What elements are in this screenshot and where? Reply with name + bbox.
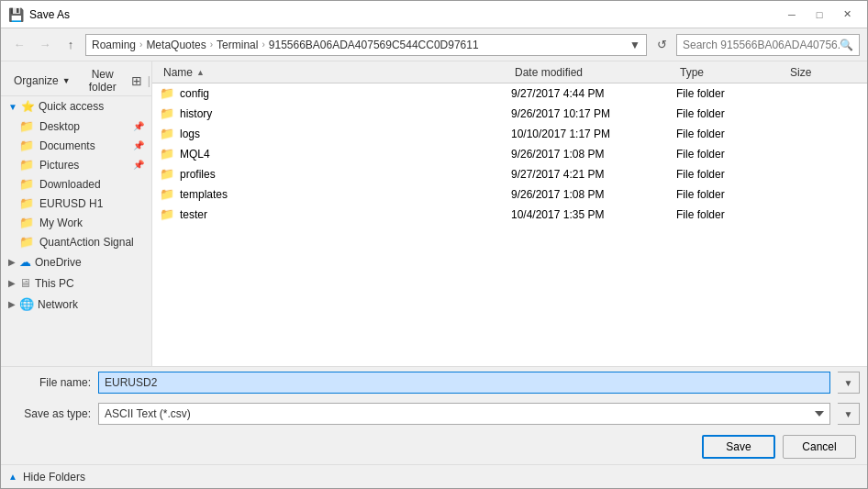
main-panel: Name ▲ Date modified Type Size 📁 co <box>152 61 867 366</box>
forward-button[interactable]: → <box>34 34 56 56</box>
file-type-cell: File folder <box>676 208 786 221</box>
quick-access-label: Quick access <box>39 100 104 113</box>
col-type-header[interactable]: Type <box>676 64 786 81</box>
downloaded-label: Downloaded <box>39 178 101 191</box>
back-button[interactable]: ← <box>8 34 30 56</box>
folder-icon: 📁 <box>19 235 34 249</box>
this-pc-arrow-icon: ▶ <box>8 278 16 288</box>
folder-icon: 📁 <box>160 86 174 100</box>
refresh-button[interactable]: ↺ <box>651 34 673 56</box>
folder-icon: 📁 <box>19 177 34 191</box>
breadcrumb-roaming[interactable]: Roaming <box>92 39 136 51</box>
breadcrumb-dropdown-button[interactable]: ▼ <box>629 39 640 51</box>
table-row[interactable]: 📁 config 9/27/2017 4:44 PM File folder <box>152 83 867 104</box>
savetype-dropdown-button[interactable]: ▼ <box>838 403 860 425</box>
sidebar-item-downloaded[interactable]: 📁 Downloaded <box>1 174 151 194</box>
save-button[interactable]: Save <box>702 435 775 459</box>
sidebar-section-network[interactable]: ▶ 🌐 Network <box>1 294 151 315</box>
file-type-cell: File folder <box>676 87 786 100</box>
file-type-cell: File folder <box>676 128 786 140</box>
network-icon: 🌐 <box>19 297 34 311</box>
file-type-cell: File folder <box>676 188 786 201</box>
computer-icon: 🖥 <box>19 276 31 290</box>
file-date-cell: 9/27/2017 4:44 PM <box>511 87 676 100</box>
maximize-button[interactable]: □ <box>807 5 832 25</box>
col-name-header[interactable]: Name ▲ <box>160 64 511 81</box>
eurusd-label: EURUSD H1 <box>39 197 103 210</box>
file-name-text: history <box>180 107 212 120</box>
network-label: Network <box>38 298 78 311</box>
sidebar-item-eurusd-h1[interactable]: 📁 EURUSD H1 <box>1 194 151 213</box>
breadcrumb-sep2: › <box>210 39 213 50</box>
quick-access-arrow-icon: ▼ <box>8 102 17 112</box>
col-date-label: Date modified <box>515 66 583 79</box>
col-type-label: Type <box>680 66 704 79</box>
action-bar: Organize ▼ New folder ⊞ | ▼ ? <box>1 65 151 96</box>
hide-folders-label: Hide Folders <box>23 471 85 483</box>
organize-label: Organize <box>14 74 59 87</box>
documents-label: Documents <box>39 139 95 152</box>
up-button[interactable]: ↑ <box>60 34 82 56</box>
sidebar-item-pictures[interactable]: 📁 Pictures 📌 <box>1 155 151 174</box>
table-row[interactable]: 📁 profiles 9/27/2017 4:21 PM File folder <box>152 164 867 184</box>
my-work-label: My Work <box>39 217 83 229</box>
sidebar-section-quick-access[interactable]: ▼ ⭐ Quick access <box>1 96 151 117</box>
network-arrow-icon: ▶ <box>8 299 16 309</box>
sidebar-item-my-work[interactable]: 📁 My Work <box>1 213 151 232</box>
pin-icon: 📌 <box>133 121 144 131</box>
navigation-toolbar: ← → ↑ Roaming › MetaQuotes › Terminal › … <box>1 28 867 61</box>
file-date-cell: 9/26/2017 1:08 PM <box>511 188 676 201</box>
minimize-button[interactable]: ─ <box>779 5 805 25</box>
file-date-cell: 9/26/2017 10:17 PM <box>511 107 676 120</box>
sidebar-section-this-pc[interactable]: ▶ 🖥 This PC <box>1 272 151 294</box>
hide-folders-bar[interactable]: ▲ Hide Folders <box>1 464 867 488</box>
file-name-text: config <box>180 87 209 100</box>
breadcrumb-bar[interactable]: Roaming › MetaQuotes › Terminal › 915566… <box>85 34 647 56</box>
file-type-cell: File folder <box>676 148 786 161</box>
close-button[interactable]: ✕ <box>834 5 860 25</box>
new-folder-button[interactable]: New folder <box>83 64 122 97</box>
file-name-text: templates <box>180 188 228 201</box>
sidebar-item-desktop[interactable]: 📁 Desktop 📌 <box>1 117 151 136</box>
file-name-text: MQL4 <box>180 148 210 161</box>
savetype-select[interactable]: ASCII Text (*.csv) <box>98 403 830 425</box>
table-row[interactable]: 📁 templates 9/26/2017 1:08 PM File folde… <box>152 184 867 205</box>
breadcrumb-guid[interactable]: 915566BA06ADA407569C544CC0D97611 <box>269 39 479 51</box>
table-row[interactable]: 📁 MQL4 9/26/2017 1:08 PM File folder <box>152 144 867 164</box>
col-date-header[interactable]: Date modified <box>511 64 676 81</box>
table-row[interactable]: 📁 history 9/26/2017 10:17 PM File folder <box>152 104 867 124</box>
file-name-text: logs <box>180 128 200 140</box>
file-name-cell: 📁 config <box>160 86 511 100</box>
breadcrumb-terminal[interactable]: Terminal <box>217 39 258 51</box>
save-as-dialog: 💾 Save As ─ □ ✕ ← → ↑ Roaming › MetaQuot… <box>0 0 868 489</box>
sidebar-section-onedrive[interactable]: ▶ ☁ OneDrive <box>1 251 151 272</box>
col-size-header[interactable]: Size <box>786 64 860 81</box>
organize-button[interactable]: Organize ▼ <box>8 71 76 91</box>
file-list: 📁 config 9/27/2017 4:44 PM File folder 📁… <box>152 83 867 366</box>
folder-icon: 📁 <box>19 139 34 152</box>
organize-arrow-icon: ▼ <box>62 76 71 85</box>
filename-input[interactable] <box>98 372 830 394</box>
sidebar-item-documents[interactable]: 📁 Documents 📌 <box>1 136 151 155</box>
sidebar: Organize ▼ New folder ⊞ | ▼ ? ▼ ⭐ Quick … <box>1 61 152 366</box>
search-box: 🔍 <box>676 34 860 56</box>
file-name-cell: 📁 MQL4 <box>160 147 511 161</box>
breadcrumb-metaquotes[interactable]: MetaQuotes <box>146 39 206 51</box>
view-toggle-button[interactable]: ⊞ <box>129 72 144 90</box>
table-row[interactable]: 📁 tester 10/4/2017 1:35 PM File folder <box>152 205 867 225</box>
folder-icon: 📁 <box>160 187 174 201</box>
quantaction-label: QuantAction Signal <box>39 236 134 249</box>
table-row[interactable]: 📁 logs 10/10/2017 1:17 PM File folder <box>152 124 867 144</box>
savetype-row: Save as type: ASCII Text (*.csv) ▼ <box>8 398 860 429</box>
col-size-label: Size <box>790 66 811 79</box>
onedrive-label: OneDrive <box>35 256 82 269</box>
file-name-cell: 📁 profiles <box>160 167 511 181</box>
cancel-button[interactable]: Cancel <box>783 435 856 459</box>
sidebar-item-quantaction[interactable]: 📁 QuantAction Signal <box>1 232 151 251</box>
pin-icon: 📌 <box>133 140 144 150</box>
folder-icon: 📁 <box>19 158 34 172</box>
folder-icon: 📁 <box>19 216 34 229</box>
search-input[interactable] <box>683 39 840 51</box>
filename-dropdown-button[interactable]: ▼ <box>838 372 860 394</box>
folder-icon: 📁 <box>160 207 174 221</box>
